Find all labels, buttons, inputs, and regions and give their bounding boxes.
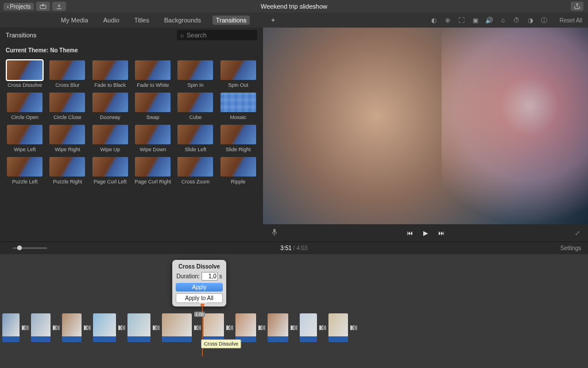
timeline-transition-icon[interactable] [82,317,92,339]
tab-audio[interactable]: Audio [100,16,123,25]
transition-item[interactable]: Circle Close [47,93,87,120]
timeline-transition-icon[interactable] [349,317,359,339]
transition-label: Page Curl Right [134,179,171,185]
transition-item[interactable]: Spin In [175,60,215,88]
transition-item[interactable]: Puzzle Right [47,157,87,185]
duration-input[interactable] [202,272,218,281]
timeline-clip[interactable] [203,313,224,342]
svg-rect-6 [84,325,87,330]
timeline-transition-icon[interactable] [289,317,299,339]
transition-thumbnail [220,157,256,177]
next-frame-button[interactable]: ⏭ [438,229,444,236]
duration-unit: s [219,273,222,279]
voiceover-button[interactable] [271,228,278,237]
noise-reduction-icon[interactable]: ♫ [499,16,507,24]
transition-thumbnail [7,93,42,112]
timeline-settings-button[interactable]: Settings [560,245,581,251]
transition-label: Cross Blur [55,82,79,88]
share-icon [574,3,580,10]
svg-rect-14 [226,325,230,330]
tab-backgrounds[interactable]: Backgrounds [161,16,204,25]
timeline-clip[interactable] [235,313,256,342]
timeline-clip[interactable] [62,313,82,342]
color-balance-icon[interactable]: ◐ [430,16,438,24]
timeline-clip[interactable] [2,313,20,342]
crop-icon[interactable]: ⛶ [458,16,466,24]
transition-item[interactable]: Cross Zoom [175,157,215,185]
stabilization-icon[interactable]: ▣ [471,16,479,24]
color-correction-icon[interactable]: ⊕ [444,16,452,24]
transition-label: Slide Left [185,147,207,152]
timeline-track[interactable] [0,312,588,344]
browser-tabs: My Media Audio Titles Backgrounds Transi… [0,13,263,28]
transition-item[interactable]: Wipe Left [5,125,45,152]
timeline-clip[interactable] [127,313,150,342]
play-button[interactable]: ▶ [423,229,428,237]
transition-item[interactable]: Ripple [218,157,258,185]
prev-frame-button[interactable]: ⏮ [407,229,413,236]
transition-item[interactable]: Wipe Right [47,125,87,152]
timeline-transition-icon[interactable] [192,317,203,339]
transition-thumbnail [220,125,256,144]
transition-thumbnail [49,60,85,80]
transition-item[interactable]: Cross Dissolve [5,60,45,88]
svg-rect-10 [153,325,156,330]
volume-icon[interactable]: 🔊 [485,16,493,24]
search-placeholder: Search [187,32,207,39]
transition-item[interactable]: Swap [133,93,173,120]
enhance-icon[interactable]: ✦ [269,16,277,24]
transition-item[interactable]: Page Curl Right [133,157,173,185]
transition-item[interactable]: Doorway [90,93,130,120]
timeline-transition-icon[interactable] [257,317,267,339]
info-icon[interactable]: ⓘ [540,16,548,24]
transition-item[interactable]: Cube [175,93,215,120]
fullscreen-button[interactable]: ⤢ [575,229,580,237]
timeline-clip[interactable] [300,313,317,342]
timeline[interactable]: Cross Dissolve Duration: s Apply Apply t… [0,254,588,368]
apply-button[interactable]: Apply [176,283,223,292]
reset-all-button[interactable]: Reset All [560,17,582,24]
transition-item[interactable]: Puzzle Left [5,157,45,185]
transition-item[interactable]: Page Curl Left [90,157,130,185]
timeline-transition-icon[interactable] [318,317,328,339]
transition-item[interactable]: Spin Out [218,60,258,88]
transition-item[interactable]: Mosaic [218,93,258,120]
transition-label: Wipe Up [100,147,121,152]
search-input[interactable]: ⌕ Search [177,30,257,40]
transition-label: Fade to White [137,82,169,88]
speed-icon[interactable]: ⏱ [513,16,521,24]
import-media-button[interactable] [36,2,50,11]
transition-item[interactable]: Fade to Black [90,60,130,88]
transition-item[interactable]: Wipe Down [133,125,173,152]
timeline-clip[interactable] [93,313,116,342]
svg-rect-15 [230,325,233,330]
tab-my-media[interactable]: My Media [57,16,92,25]
apply-to-all-button[interactable]: Apply to All [176,293,223,303]
transition-thumbnail [7,157,42,177]
timeline-transition-icon[interactable] [51,317,61,339]
timeline-transition-icon[interactable] [151,317,161,339]
zoom-slider[interactable] [13,247,47,249]
timeline-clip[interactable] [162,313,192,342]
preview-viewport[interactable] [263,28,588,224]
import-icon [40,3,47,9]
timeline-clip[interactable] [31,313,51,342]
clip-filter-icon[interactable]: ◑ [527,16,535,24]
transition-item[interactable]: Circle Open [5,93,45,120]
transition-item[interactable]: Slide Left [175,125,215,152]
timeline-transition-icon[interactable] [117,317,127,339]
share-button[interactable] [571,2,583,11]
timeline-transition-icon[interactable] [20,317,30,339]
back-to-projects-button[interactable]: ‹ Projects [3,3,34,10]
svg-rect-2 [22,325,25,330]
timeline-clip[interactable] [328,313,348,342]
transition-item[interactable]: Slide Right [218,125,258,152]
transition-item[interactable]: Wipe Up [90,125,130,152]
tab-titles[interactable]: Titles [131,16,153,25]
transition-item[interactable]: Fade to White [133,60,173,88]
timeline-clip[interactable] [268,313,288,342]
timeline-transition-icon[interactable] [225,317,235,339]
tab-transitions[interactable]: Transitions [212,16,250,25]
download-button[interactable] [52,2,66,11]
transition-item[interactable]: Cross Blur [47,60,87,88]
